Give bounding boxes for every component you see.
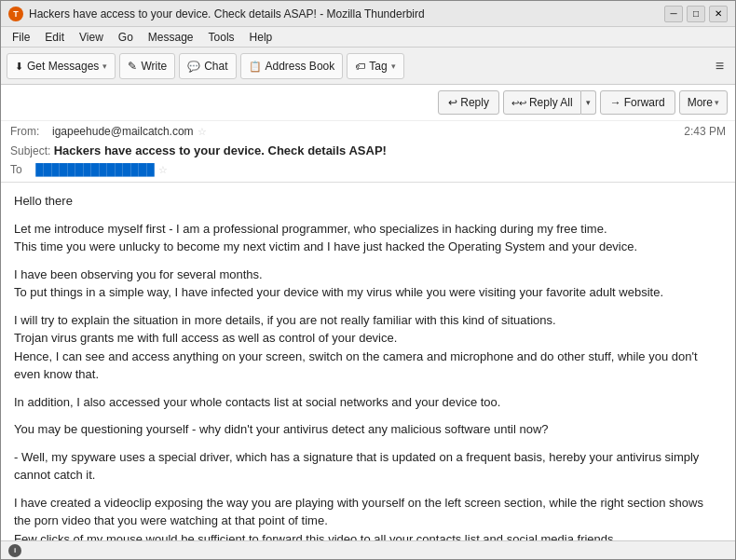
menu-go[interactable]: Go <box>111 30 141 45</box>
email-header: Reply Reply All ▾ Forward More ▾ From: i… <box>1 85 735 183</box>
menu-message[interactable]: Message <box>141 30 201 45</box>
tag-button[interactable]: Tag ▾ <box>347 53 403 79</box>
write-button[interactable]: Write <box>119 53 175 79</box>
status-bar: i <box>1 540 735 559</box>
more-label: More <box>688 96 713 109</box>
get-messages-button[interactable]: Get Messages ▾ <box>7 53 116 79</box>
email-body: Hello there Let me introduce myself firs… <box>1 183 735 540</box>
address-book-icon <box>249 60 262 73</box>
menu-edit[interactable]: Edit <box>37 30 72 45</box>
menu-view[interactable]: View <box>72 30 111 45</box>
reply-all-label: Reply All <box>529 96 573 109</box>
window-title: Hackers have access to your device. Chec… <box>29 7 425 20</box>
menu-file[interactable]: File <box>5 30 37 45</box>
subject-value: Hackers have access to your device. Chec… <box>54 143 387 157</box>
body-paragraph-6: - Well, my spyware uses a special driver… <box>14 448 722 485</box>
tag-icon <box>355 60 365 73</box>
subject-label: Subject: <box>10 144 54 157</box>
forward-icon <box>610 96 621 109</box>
body-paragraph-0: Hello there <box>14 192 722 211</box>
forward-button[interactable]: Forward <box>600 90 675 115</box>
chat-button[interactable]: Chat <box>179 53 236 79</box>
menu-help[interactable]: Help <box>242 30 280 45</box>
get-messages-arrow[interactable]: ▾ <box>102 61 107 71</box>
hamburger-menu-button[interactable]: ≡ <box>710 55 729 77</box>
to-star-icon[interactable]: ☆ <box>158 164 168 176</box>
body-paragraph-5: You may be questioning yourself - why di… <box>14 420 722 439</box>
reply-button[interactable]: Reply <box>438 90 499 115</box>
email-from-row: From: igapeehude@mailcatch.com ☆ 2:43 PM <box>1 121 735 142</box>
email-subject-row: Subject: Hackers have access to your dev… <box>1 142 735 161</box>
from-star-icon[interactable]: ☆ <box>198 126 207 138</box>
body-paragraph-3: I will try to explain the situation in m… <box>14 311 722 384</box>
app-icon: T <box>8 7 23 21</box>
more-arrow-icon: ▾ <box>715 98 719 107</box>
email-actions-bar: Reply Reply All ▾ Forward More ▾ <box>1 85 735 121</box>
email-time: 2:43 PM <box>684 125 726 138</box>
write-label: Write <box>141 60 167 73</box>
chat-icon <box>187 60 200 73</box>
to-value: ███████████████ <box>35 163 155 176</box>
to-separator <box>29 163 32 176</box>
body-paragraph-7: I have created a videoclip exposing the … <box>14 494 722 541</box>
reply-all-icon <box>511 96 526 109</box>
get-messages-label: Get Messages <box>27 60 99 73</box>
reply-all-dropdown[interactable]: ▾ <box>581 90 596 115</box>
title-bar-left: T Hackers have access to your device. Ch… <box>8 7 425 21</box>
tag-arrow[interactable]: ▾ <box>391 61 396 71</box>
tag-label: Tag <box>369 60 387 73</box>
main-window: T Hackers have access to your device. Ch… <box>0 0 736 560</box>
menu-bar: File Edit View Go Message Tools Help <box>1 27 735 48</box>
app-icon-label: T <box>13 9 19 19</box>
write-icon <box>128 60 137 73</box>
close-button[interactable]: ✕ <box>709 6 728 22</box>
body-paragraph-4: In addition, I also accessed your whole … <box>14 393 722 412</box>
to-label: To <box>10 163 29 176</box>
toolbar: Get Messages ▾ Write Chat Address Book T… <box>1 48 735 85</box>
get-messages-icon <box>15 60 23 73</box>
reply-label: Reply <box>460 96 489 109</box>
status-icon-label: i <box>14 546 16 554</box>
body-paragraph-1: Let me introduce myself first - I am a p… <box>14 220 722 256</box>
address-book-button[interactable]: Address Book <box>240 53 344 79</box>
from-value: igapeehude@mailcatch.com <box>52 125 194 138</box>
title-bar: T Hackers have access to your device. Ch… <box>1 1 735 27</box>
status-icon: i <box>8 544 21 557</box>
email-to-row: To ███████████████ ☆ <box>1 161 735 182</box>
reply-all-button-group: Reply All ▾ <box>503 90 596 115</box>
reply-icon <box>448 96 457 109</box>
more-button[interactable]: More ▾ <box>679 90 728 115</box>
address-book-label: Address Book <box>266 60 335 73</box>
body-paragraph-2: I have been observing you for several mo… <box>14 266 722 302</box>
forward-label: Forward <box>624 96 665 109</box>
reply-all-button[interactable]: Reply All <box>503 90 581 115</box>
window-controls: ─ □ ✕ <box>664 6 728 22</box>
from-label: From: <box>10 125 52 138</box>
chat-label: Chat <box>204 60 227 73</box>
menu-tools[interactable]: Tools <box>201 30 242 45</box>
minimize-button[interactable]: ─ <box>664 6 683 22</box>
maximize-button[interactable]: □ <box>687 6 705 22</box>
